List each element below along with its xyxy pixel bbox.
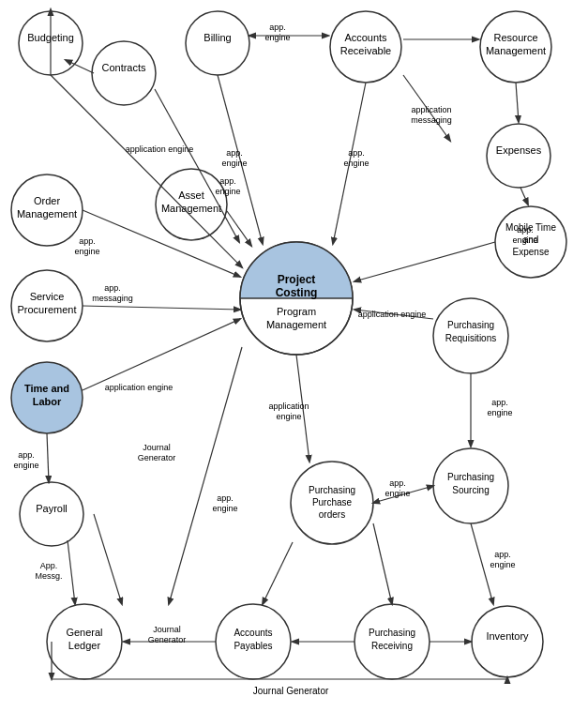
svg-text:engine: engine — [74, 247, 99, 256]
svg-text:Management: Management — [161, 203, 221, 214]
svg-text:Sourcing: Sourcing — [452, 485, 489, 495]
svg-text:Contracts: Contracts — [101, 62, 146, 73]
svg-text:Program: Program — [277, 306, 316, 317]
svg-text:Purchasing: Purchasing — [309, 485, 355, 495]
svg-text:Accounts: Accounts — [234, 628, 272, 638]
svg-text:Requisitions: Requisitions — [445, 333, 496, 343]
svg-text:app.: app. — [226, 148, 243, 158]
svg-line-95 — [83, 319, 240, 390]
svg-text:Payables: Payables — [234, 641, 272, 651]
svg-text:application: application — [411, 105, 451, 114]
svg-text:Generator: Generator — [138, 453, 176, 462]
svg-point-40 — [20, 482, 83, 546]
svg-line-116 — [373, 523, 392, 604]
svg-line-103 — [68, 540, 75, 604]
svg-text:Order: Order — [34, 195, 60, 206]
svg-text:app.: app. — [217, 493, 234, 503]
svg-point-2 — [92, 41, 156, 105]
svg-text:app.: app. — [79, 236, 96, 246]
svg-text:engine: engine — [276, 412, 301, 421]
svg-text:engine: engine — [221, 159, 247, 168]
svg-text:engine: engine — [512, 235, 537, 245]
svg-line-86 — [83, 306, 240, 310]
svg-text:Service: Service — [30, 291, 65, 302]
svg-line-79 — [227, 211, 251, 246]
svg-text:App.: App. — [40, 561, 58, 570]
svg-text:app.: app. — [389, 478, 406, 488]
svg-line-117 — [263, 542, 293, 604]
svg-text:Resource: Resource — [493, 32, 537, 43]
svg-point-4 — [186, 11, 249, 75]
svg-text:Management: Management — [17, 208, 77, 220]
svg-text:application engine: application engine — [126, 144, 194, 154]
svg-text:Billing: Billing — [204, 32, 231, 43]
svg-text:Labor: Labor — [33, 396, 62, 407]
svg-text:Receiving: Receiving — [371, 641, 413, 651]
svg-line-100 — [47, 433, 49, 482]
svg-line-65 — [520, 188, 528, 205]
svg-text:app.: app. — [269, 23, 286, 32]
svg-text:engine: engine — [264, 33, 290, 42]
svg-line-89 — [354, 242, 495, 281]
svg-text:Purchase: Purchase — [312, 497, 353, 507]
svg-text:Journal Generator: Journal Generator — [253, 686, 329, 696]
svg-text:Purchasing: Purchasing — [447, 472, 494, 482]
svg-text:engine: engine — [13, 461, 38, 470]
svg-text:app.: app. — [348, 148, 365, 158]
svg-text:Inventory: Inventory — [486, 630, 529, 642]
svg-text:Messg.: Messg. — [35, 571, 62, 581]
svg-text:Asset: Asset — [178, 189, 204, 201]
svg-text:Project: Project — [278, 273, 316, 286]
svg-text:Costing: Costing — [276, 286, 318, 299]
svg-text:Expenses: Expenses — [496, 144, 542, 156]
diagram-svg: Budgeting Contracts Billing Accounts Rec… — [0, 0, 588, 712]
svg-text:app.: app. — [517, 225, 534, 235]
svg-text:Receivable: Receivable — [340, 45, 391, 56]
svg-text:engine: engine — [215, 187, 240, 196]
svg-line-106 — [94, 514, 122, 604]
diagram-container: Budgeting Contracts Billing Accounts Rec… — [0, 0, 588, 712]
svg-text:Expense: Expense — [513, 247, 550, 257]
svg-text:Journal: Journal — [143, 443, 171, 452]
svg-text:engine: engine — [212, 504, 237, 513]
svg-text:application engine: application engine — [105, 383, 173, 392]
svg-text:app.: app. — [104, 283, 121, 293]
svg-text:messaging: messaging — [92, 294, 133, 303]
svg-text:app.: app. — [494, 550, 511, 559]
svg-text:engine: engine — [343, 159, 369, 168]
svg-text:engine: engine — [490, 560, 515, 569]
svg-line-109 — [169, 347, 242, 604]
svg-text:Purchasing: Purchasing — [447, 320, 494, 330]
svg-text:orders: orders — [319, 509, 345, 520]
svg-text:app.: app. — [219, 176, 236, 186]
svg-text:Time and: Time and — [24, 383, 69, 394]
svg-text:Ledger: Ledger — [68, 640, 101, 651]
svg-text:General: General — [66, 627, 102, 638]
svg-text:app.: app. — [18, 450, 35, 460]
svg-point-58 — [472, 606, 543, 677]
svg-text:engine: engine — [487, 408, 512, 417]
svg-text:application engine: application engine — [358, 310, 427, 319]
svg-text:engine: engine — [384, 489, 410, 498]
svg-point-12 — [487, 124, 550, 188]
svg-text:Management: Management — [486, 45, 546, 56]
svg-text:app.: app. — [491, 398, 508, 407]
svg-text:Generator: Generator — [148, 635, 187, 644]
svg-text:Management: Management — [266, 319, 326, 330]
svg-text:Accounts: Accounts — [344, 32, 387, 43]
svg-text:Procurement: Procurement — [18, 304, 77, 315]
svg-text:Purchasing: Purchasing — [369, 628, 415, 638]
svg-line-64 — [516, 83, 519, 122]
svg-text:messaging: messaging — [411, 115, 452, 125]
svg-text:application: application — [268, 401, 309, 411]
svg-text:Journal: Journal — [153, 625, 181, 634]
svg-text:Payroll: Payroll — [36, 503, 68, 514]
